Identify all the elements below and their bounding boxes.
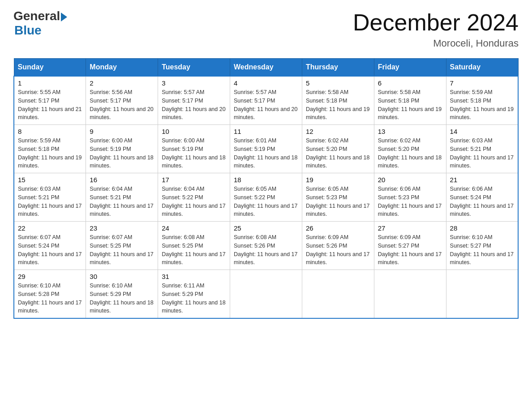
day-info: Sunrise: 6:06 AMSunset: 5:23 PMDaylight:… xyxy=(378,185,442,218)
header-wednesday: Wednesday xyxy=(230,59,302,77)
day-info: Sunrise: 5:58 AMSunset: 5:18 PMDaylight:… xyxy=(378,88,442,122)
calendar-cell: 23Sunrise: 6:07 AMSunset: 5:25 PMDayligh… xyxy=(86,222,158,270)
calendar-cell: 7Sunrise: 5:59 AMSunset: 5:18 PMDaylight… xyxy=(446,76,518,125)
day-info: Sunrise: 5:59 AMSunset: 5:18 PMDaylight:… xyxy=(18,137,82,170)
calendar-cell: 1Sunrise: 5:55 AMSunset: 5:17 PMDaylight… xyxy=(14,76,86,125)
calendar-week-row: 29Sunrise: 6:10 AMSunset: 5:28 PMDayligh… xyxy=(14,270,518,319)
calendar-cell: 6Sunrise: 5:58 AMSunset: 5:18 PMDaylight… xyxy=(374,76,446,125)
calendar-cell: 15Sunrise: 6:03 AMSunset: 5:21 PMDayligh… xyxy=(14,173,86,222)
day-info: Sunrise: 6:00 AMSunset: 5:19 PMDaylight:… xyxy=(162,137,226,170)
day-info: Sunrise: 6:04 AMSunset: 5:22 PMDaylight:… xyxy=(162,185,226,218)
calendar-cell: 12Sunrise: 6:02 AMSunset: 5:20 PMDayligh… xyxy=(302,125,374,173)
day-number: 2 xyxy=(90,79,154,87)
calendar-cell: 22Sunrise: 6:07 AMSunset: 5:24 PMDayligh… xyxy=(14,222,86,270)
day-info: Sunrise: 6:03 AMSunset: 5:21 PMDaylight:… xyxy=(450,137,514,170)
day-number: 4 xyxy=(234,79,298,87)
calendar-subtitle: Moroceli, Honduras xyxy=(353,38,519,49)
header-saturday: Saturday xyxy=(446,59,518,77)
calendar-cell: 26Sunrise: 6:09 AMSunset: 5:26 PMDayligh… xyxy=(302,222,374,270)
day-number: 6 xyxy=(378,79,442,87)
calendar-cell: 19Sunrise: 6:05 AMSunset: 5:23 PMDayligh… xyxy=(302,173,374,222)
day-number: 20 xyxy=(378,176,442,184)
calendar-cell: 2Sunrise: 5:56 AMSunset: 5:17 PMDaylight… xyxy=(86,76,158,125)
day-number: 25 xyxy=(234,224,298,232)
calendar-cell: 9Sunrise: 6:00 AMSunset: 5:19 PMDaylight… xyxy=(86,125,158,173)
day-info: Sunrise: 6:07 AMSunset: 5:24 PMDaylight:… xyxy=(18,233,82,267)
calendar-cell: 16Sunrise: 6:04 AMSunset: 5:21 PMDayligh… xyxy=(86,173,158,222)
page-header: General Blue December 2024 Moroceli, Hon… xyxy=(13,9,519,49)
header-thursday: Thursday xyxy=(302,59,374,77)
day-number: 21 xyxy=(450,176,514,184)
title-block: December 2024 Moroceli, Honduras xyxy=(353,9,519,49)
day-info: Sunrise: 6:04 AMSunset: 5:21 PMDaylight:… xyxy=(90,185,154,218)
day-info: Sunrise: 6:10 AMSunset: 5:27 PMDaylight:… xyxy=(450,233,514,267)
calendar-week-row: 1Sunrise: 5:55 AMSunset: 5:17 PMDaylight… xyxy=(14,76,518,125)
day-info: Sunrise: 5:58 AMSunset: 5:18 PMDaylight:… xyxy=(306,88,370,122)
day-info: Sunrise: 6:02 AMSunset: 5:20 PMDaylight:… xyxy=(378,137,442,170)
day-number: 26 xyxy=(306,224,370,232)
header-tuesday: Tuesday xyxy=(158,59,230,77)
day-info: Sunrise: 5:57 AMSunset: 5:17 PMDaylight:… xyxy=(234,88,298,122)
header-friday: Friday xyxy=(374,59,446,77)
day-info: Sunrise: 5:55 AMSunset: 5:17 PMDaylight:… xyxy=(18,88,82,122)
day-number: 17 xyxy=(162,176,226,184)
day-number: 16 xyxy=(90,176,154,184)
header-sunday: Sunday xyxy=(14,59,86,77)
calendar-title: December 2024 xyxy=(353,9,519,36)
day-number: 28 xyxy=(450,224,514,232)
calendar-cell: 24Sunrise: 6:08 AMSunset: 5:25 PMDayligh… xyxy=(158,222,230,270)
day-info: Sunrise: 6:05 AMSunset: 5:23 PMDaylight:… xyxy=(306,185,370,218)
logo-arrow-icon xyxy=(61,13,67,21)
day-number: 30 xyxy=(90,273,154,280)
calendar-cell: 29Sunrise: 6:10 AMSunset: 5:28 PMDayligh… xyxy=(14,270,86,319)
calendar-cell: 4Sunrise: 5:57 AMSunset: 5:17 PMDaylight… xyxy=(230,76,302,125)
calendar-week-row: 15Sunrise: 6:03 AMSunset: 5:21 PMDayligh… xyxy=(14,173,518,222)
day-info: Sunrise: 5:56 AMSunset: 5:17 PMDaylight:… xyxy=(90,88,154,122)
calendar-cell: 31Sunrise: 6:11 AMSunset: 5:29 PMDayligh… xyxy=(158,270,230,319)
day-number: 1 xyxy=(18,79,82,87)
calendar-cell xyxy=(302,270,374,319)
day-number: 12 xyxy=(306,128,370,135)
day-number: 11 xyxy=(234,128,298,135)
calendar-cell: 18Sunrise: 6:05 AMSunset: 5:22 PMDayligh… xyxy=(230,173,302,222)
header-monday: Monday xyxy=(86,59,158,77)
calendar-cell: 14Sunrise: 6:03 AMSunset: 5:21 PMDayligh… xyxy=(446,125,518,173)
day-number: 14 xyxy=(450,128,514,135)
day-info: Sunrise: 6:02 AMSunset: 5:20 PMDaylight:… xyxy=(306,137,370,170)
calendar-table: SundayMondayTuesdayWednesdayThursdayFrid… xyxy=(13,58,519,319)
logo: General Blue xyxy=(13,9,67,38)
day-info: Sunrise: 6:08 AMSunset: 5:26 PMDaylight:… xyxy=(234,233,298,267)
calendar-cell: 28Sunrise: 6:10 AMSunset: 5:27 PMDayligh… xyxy=(446,222,518,270)
day-info: Sunrise: 6:09 AMSunset: 5:26 PMDaylight:… xyxy=(306,233,370,267)
calendar-cell: 17Sunrise: 6:04 AMSunset: 5:22 PMDayligh… xyxy=(158,173,230,222)
day-info: Sunrise: 6:07 AMSunset: 5:25 PMDaylight:… xyxy=(90,233,154,267)
day-number: 23 xyxy=(90,224,154,232)
day-number: 3 xyxy=(162,79,226,87)
day-number: 18 xyxy=(234,176,298,184)
day-number: 27 xyxy=(378,224,442,232)
calendar-week-row: 8Sunrise: 5:59 AMSunset: 5:18 PMDaylight… xyxy=(14,125,518,173)
logo-blue: Blue xyxy=(14,23,67,38)
day-number: 24 xyxy=(162,224,226,232)
calendar-cell xyxy=(230,270,302,319)
day-number: 29 xyxy=(18,273,82,280)
day-info: Sunrise: 6:01 AMSunset: 5:19 PMDaylight:… xyxy=(234,137,298,170)
logo-general: General xyxy=(13,9,60,23)
day-number: 8 xyxy=(18,128,82,135)
calendar-cell: 27Sunrise: 6:09 AMSunset: 5:27 PMDayligh… xyxy=(374,222,446,270)
day-info: Sunrise: 5:59 AMSunset: 5:18 PMDaylight:… xyxy=(450,88,514,122)
calendar-cell: 5Sunrise: 5:58 AMSunset: 5:18 PMDaylight… xyxy=(302,76,374,125)
day-info: Sunrise: 6:09 AMSunset: 5:27 PMDaylight:… xyxy=(378,233,442,267)
day-info: Sunrise: 6:06 AMSunset: 5:24 PMDaylight:… xyxy=(450,185,514,218)
day-number: 31 xyxy=(162,273,226,280)
calendar-cell: 21Sunrise: 6:06 AMSunset: 5:24 PMDayligh… xyxy=(446,173,518,222)
calendar-cell: 25Sunrise: 6:08 AMSunset: 5:26 PMDayligh… xyxy=(230,222,302,270)
day-info: Sunrise: 6:11 AMSunset: 5:29 PMDaylight:… xyxy=(162,282,226,315)
calendar-cell: 30Sunrise: 6:10 AMSunset: 5:29 PMDayligh… xyxy=(86,270,158,319)
calendar-cell: 3Sunrise: 5:57 AMSunset: 5:17 PMDaylight… xyxy=(158,76,230,125)
day-info: Sunrise: 6:03 AMSunset: 5:21 PMDaylight:… xyxy=(18,185,82,218)
day-number: 13 xyxy=(378,128,442,135)
day-number: 19 xyxy=(306,176,370,184)
day-number: 22 xyxy=(18,224,82,232)
calendar-cell: 13Sunrise: 6:02 AMSunset: 5:20 PMDayligh… xyxy=(374,125,446,173)
